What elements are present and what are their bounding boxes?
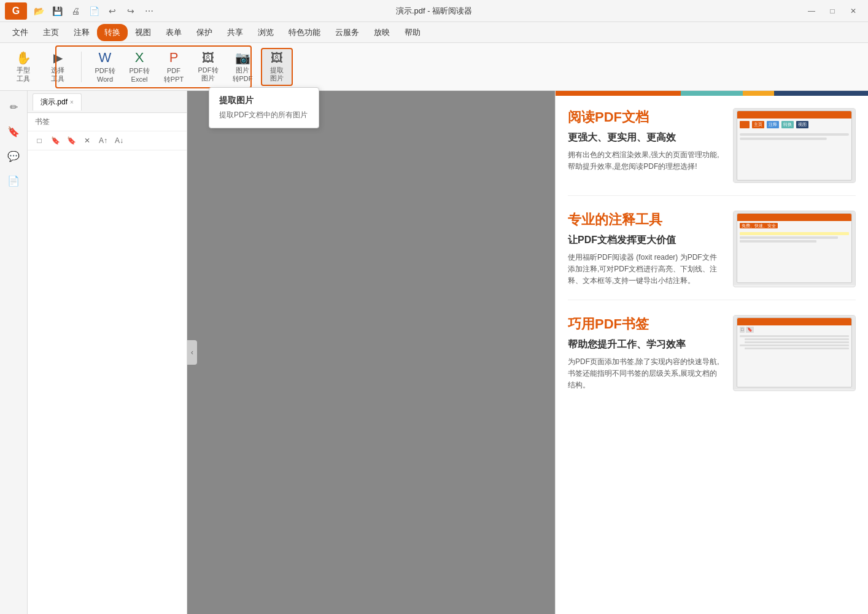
bookmark-nav-button[interactable]: 🔖 [2, 120, 25, 142]
menu-item-convert[interactable]: 转换 [97, 24, 128, 41]
close-button[interactable]: ✕ [843, 2, 863, 20]
left-sidebar: ✏ 🔖 💬 📄 [0, 91, 28, 614]
section2-subtitle: 让PDF文档发挥更大价值 [568, 234, 723, 247]
mini-bm-icon-2: 🔖 [746, 327, 754, 333]
hand-tool-button[interactable]: ✋ 手型工具 [7, 48, 39, 86]
color-bar-navy [774, 91, 868, 96]
mini-tag-annotate: 注释 [767, 121, 779, 128]
cursor-icon: ▶ [53, 50, 63, 65]
bookmark-icon-2[interactable]: 🔖 [48, 134, 62, 147]
pen-tool-button[interactable]: ✏ [2, 96, 25, 118]
pdf-to-word-button[interactable]: W PDF转Word [89, 48, 121, 86]
tooltip-popup: 提取图片 提取PDF文档中的所有图片 [209, 87, 319, 128]
menu-item-home[interactable]: 主页 [36, 24, 66, 41]
bookmark-label: 书签 [35, 117, 50, 126]
image-in-icon: 📷 [235, 50, 250, 65]
main-layout: ✏ 🔖 💬 📄 演示.pdf × 书签 □ 🔖 🔖 ✕ A↑ A↓ ‹ [0, 91, 868, 614]
select-tool-button[interactable]: ▶ 选择工具 [42, 48, 74, 86]
mini-tag-home: 主页 [752, 121, 764, 128]
tab-close-button[interactable]: × [70, 99, 74, 106]
menu-item-share[interactable]: 共享 [220, 24, 250, 41]
menu-item-cloud[interactable]: 云服务 [328, 24, 366, 41]
bookmark-icon-4[interactable]: ✕ [80, 134, 94, 147]
mini-ui-annotate-inner: 免费、快速、安全 [737, 213, 852, 283]
select-tool-label: 选择工具 [51, 66, 64, 82]
mini-content-text-read [737, 131, 851, 144]
title-bar-actions: 📂 💾 🖨 📄 ↩ ↪ ⋯ [32, 4, 156, 18]
menu-item-form[interactable]: 表单 [158, 24, 189, 41]
mini-tag-view: 视图 [796, 121, 808, 128]
menu-item-view[interactable]: 视图 [128, 24, 158, 41]
new-icon[interactable]: 📄 [87, 4, 101, 18]
tooltip-title: 提取图片 [219, 95, 309, 106]
section1-title: 阅读PDF文档 [568, 108, 723, 126]
extract-image-button[interactable]: 🖼 提取图片 [261, 48, 293, 86]
minimize-button[interactable]: — [802, 2, 821, 20]
mini-ui-bar-read [737, 111, 851, 119]
more-icon[interactable]: ⋯ [142, 4, 156, 18]
hand-tool-label: 手型工具 [17, 66, 30, 82]
word-icon: W [99, 50, 112, 66]
mini-tag-convert: 转换 [781, 121, 794, 128]
mini-highlight-3 [740, 240, 816, 243]
extract-icon: 🖼 [271, 51, 283, 65]
print-icon[interactable]: 🖨 [69, 4, 82, 18]
pdf-to-ppt-button[interactable]: P PDF转PPT [158, 48, 190, 86]
pdf-to-image-button[interactable]: 🖼 PDF转图片 [192, 48, 224, 86]
mini-ui-annotate: 免费、快速、安全 [734, 211, 855, 285]
section3-subtitle: 帮助您提升工作、学习效率 [568, 338, 723, 351]
collapse-handle[interactable]: ‹ [187, 340, 197, 365]
bookmark-icon-6[interactable]: A↓ [112, 134, 126, 147]
bookmark-icon-5[interactable]: A↑ [96, 134, 110, 147]
undo-icon[interactable]: ↩ [106, 4, 119, 18]
mini-bm-item-1 [740, 335, 849, 337]
mini-bookmark-toolbar: □ 🔖 [737, 325, 851, 334]
mini-ui-read: 主页 注释 转换 视图 [734, 109, 855, 182]
mini-logo-read [740, 121, 750, 128]
menu-item-special[interactable]: 特色功能 [281, 24, 328, 41]
file-tab[interactable]: 演示.pdf × [33, 93, 82, 111]
image-to-pdf-label: 图片转PDF [233, 66, 253, 82]
pdf-section-bookmark: 巧用PDF书签 帮助您提升工作、学习效率 为PDF页面添加书签,除了实现内容的快… [568, 315, 856, 404]
color-bar-yellow [743, 91, 774, 96]
bookmark-icon-3[interactable]: 🔖 [64, 134, 78, 147]
section2-title: 专业的注释工具 [568, 211, 723, 229]
redo-icon[interactable]: ↪ [124, 4, 138, 18]
color-bar-teal [681, 91, 743, 96]
menu-item-annotate[interactable]: 注释 [66, 24, 97, 41]
page-button[interactable]: 📄 [2, 169, 25, 192]
section1-body: 拥有出色的文档渲染效果,强大的页面管理功能,帮助提升效率,是您阅读PDF的理想选… [568, 149, 723, 173]
menu-item-browse[interactable]: 浏览 [250, 24, 281, 41]
excel-icon: X [135, 50, 144, 66]
mini-ui-read-inner: 主页 注释 转换 视图 [737, 111, 852, 181]
pdf-section-bookmark-image: □ 🔖 [733, 315, 856, 392]
bookmark-header: 书签 [28, 113, 187, 131]
mini-highlight-1 [740, 232, 849, 235]
menu-item-file[interactable]: 文件 [5, 24, 36, 41]
hand-icon: ✋ [16, 50, 31, 65]
pdf-to-word-label: PDF转Word [95, 67, 115, 83]
mini-line-2 [740, 138, 827, 140]
image-to-pdf-button[interactable]: 📷 图片转PDF [227, 48, 258, 86]
open-icon[interactable]: 📂 [32, 4, 45, 18]
color-bar-orange [556, 91, 681, 96]
pdf-to-ppt-label: PDF转PPT [164, 67, 184, 83]
toolbar-divider-1 [81, 52, 82, 82]
menu-item-protect[interactable]: 保护 [189, 24, 220, 41]
mini-ui-bookmark-inner: □ 🔖 [737, 317, 852, 387]
mini-ui-bar-annotate [737, 214, 851, 221]
tab-bar: 演示.pdf × [28, 91, 187, 113]
comment-button[interactable]: 💬 [2, 145, 25, 167]
pdf-preview-panel: 阅读PDF文档 更强大、更实用、更高效 拥有出色的文档渲染效果,强大的页面管理功… [555, 91, 868, 614]
bookmark-toolbar: □ 🔖 🔖 ✕ A↑ A↓ [28, 131, 187, 150]
menu-item-present[interactable]: 放映 [366, 24, 397, 41]
title-bar: G 📂 💾 🖨 📄 ↩ ↪ ⋯ 演示.pdf - 福昕阅读器 — □ ✕ [0, 0, 868, 22]
maximize-button[interactable]: □ [823, 2, 842, 20]
menu-item-help[interactable]: 帮助 [397, 24, 428, 41]
pdf-to-excel-button[interactable]: X PDF转Excel [123, 48, 155, 86]
mini-highlight-area [737, 231, 851, 244]
save-icon[interactable]: 💾 [50, 4, 64, 18]
pdf-section-bookmark-text: 巧用PDF书签 帮助您提升工作、学习效率 为PDF页面添加书签,除了实现内容的快… [568, 315, 723, 392]
bookmark-icon-1[interactable]: □ [33, 134, 46, 147]
section3-body: 为PDF页面添加书签,除了实现内容的快速导航,书签还能指明不同书签的层级关系,展… [568, 356, 723, 392]
